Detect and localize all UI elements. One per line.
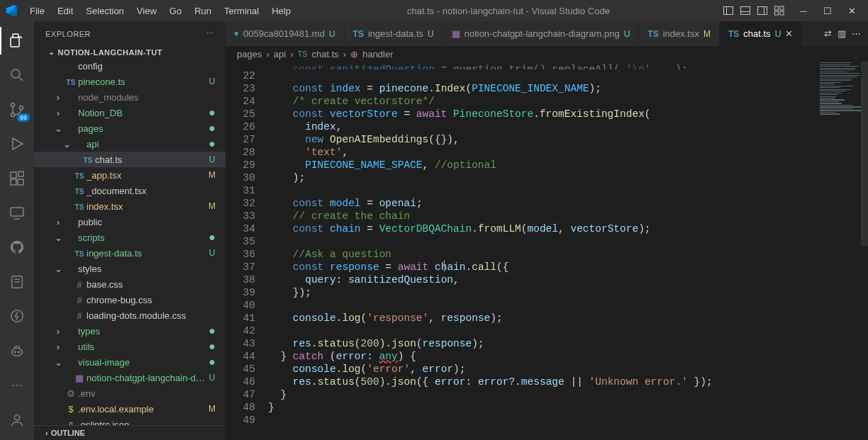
editor-area: ▾0059ca8019481.mdUTSingest-data.tsU▦noti… xyxy=(226,21,868,440)
tree-item[interactable]: ⌄api● xyxy=(34,136,226,152)
menu-item-file[interactable]: File xyxy=(24,3,50,19)
chevron-icon: ⌄ xyxy=(52,357,64,368)
image-icon: ▦ xyxy=(452,28,460,39)
tree-item-label: chrome-bug.css xyxy=(87,295,206,305)
file-icon: # xyxy=(72,279,87,290)
svg-point-14 xyxy=(11,113,15,116)
github-icon[interactable] xyxy=(0,234,34,261)
tree-item[interactable]: ›types● xyxy=(34,323,226,339)
tree-item-label: scripts xyxy=(78,232,206,243)
chevron-down-icon: ⌄ xyxy=(48,47,55,57)
editor-tab[interactable]: TSingest-data.tsU xyxy=(345,21,443,46)
editor-tab[interactable]: TSchat.tsU✕ xyxy=(720,21,802,46)
tree-item[interactable]: TSindex.tsxM xyxy=(34,198,226,214)
split-editor-icon[interactable]: ▥ xyxy=(838,28,846,39)
editor-tab[interactable]: ▾0059ca8019481.mdU xyxy=(226,21,345,46)
sidebar-more-icon[interactable]: ⋯ xyxy=(206,29,215,38)
svg-point-30 xyxy=(14,415,19,420)
menu-item-run[interactable]: Run xyxy=(189,3,217,19)
copilot-icon[interactable] xyxy=(0,337,34,365)
scm-badge: 69 xyxy=(17,113,30,122)
tree-item[interactable]: ›node_modules xyxy=(34,89,226,105)
tree-item[interactable]: {}.eslintrc.json xyxy=(34,417,226,425)
tree-item[interactable]: ⌄pages● xyxy=(34,120,226,136)
tree-item[interactable]: TSpinecone.tsU xyxy=(34,74,226,89)
svg-point-13 xyxy=(11,103,15,106)
search-icon[interactable] xyxy=(0,62,34,89)
tree-item[interactable]: ›Notion_DB● xyxy=(34,105,226,120)
menu-item-view[interactable]: View xyxy=(131,3,162,19)
ts-icon: TS xyxy=(297,50,307,58)
toggle-secondary-sidebar-icon[interactable] xyxy=(755,4,770,18)
editor-tab[interactable]: ▦notion-chatgpt-langchain-diagram.pngU xyxy=(443,21,640,46)
close-tab-icon[interactable]: ✕ xyxy=(785,28,793,39)
toggle-panel-icon[interactable] xyxy=(738,4,753,18)
more-actions-icon[interactable]: ⋯ xyxy=(852,28,861,39)
more-icon[interactable]: ⋯ xyxy=(0,371,34,399)
code-content[interactable]: const sanitizedQuestion = question.trim(… xyxy=(268,62,868,440)
chevron-icon: ⌄ xyxy=(52,264,64,274)
extensions-icon[interactable] xyxy=(0,165,34,193)
tree-item[interactable]: ›public xyxy=(34,214,226,230)
tree-item-label: _document.tsx xyxy=(87,186,206,196)
text-cursor xyxy=(444,260,445,271)
tree-item[interactable]: #loading-dots.module.css xyxy=(34,308,226,323)
outline-header[interactable]: › OUTLINE xyxy=(34,425,226,440)
editor-tab[interactable]: TSindex.tsxM xyxy=(639,21,720,46)
account-icon[interactable] xyxy=(0,406,34,434)
explorer-icon[interactable] xyxy=(0,27,34,55)
tree-item[interactable]: TS_app.tsxM xyxy=(34,167,226,183)
breadcrumb-part[interactable]: api xyxy=(274,49,286,60)
tree-item[interactable]: $.env.local.exampleM xyxy=(34,401,226,417)
breadcrumb-part[interactable]: pages xyxy=(237,49,262,60)
breadcrumb[interactable]: pages › api › TS chat.ts › ⊕ handler xyxy=(226,46,868,62)
tree-item[interactable]: ⌄styles xyxy=(34,261,226,276)
file-icon: TS xyxy=(72,248,87,259)
maximize-button[interactable]: ☐ xyxy=(817,2,838,19)
toggle-primary-sidebar-icon[interactable] xyxy=(720,4,736,18)
tree-item-label: utils xyxy=(78,342,206,352)
breadcrumb-symbol[interactable]: handler xyxy=(362,49,393,60)
thunder-icon[interactable] xyxy=(0,303,34,330)
file-icon: TS xyxy=(72,201,87,212)
menu-item-terminal[interactable]: Terminal xyxy=(218,3,265,19)
customize-layout-icon[interactable] xyxy=(772,4,787,18)
code-editor[interactable]: 2223242526272829303132333435363738394041… xyxy=(226,62,868,440)
tree-item[interactable]: ⌄scripts● xyxy=(34,230,226,245)
minimap[interactable] xyxy=(817,62,861,132)
tree-item-label: api xyxy=(87,139,206,150)
tree-item[interactable]: ⚙.env xyxy=(34,385,226,401)
tree-item[interactable]: #chrome-bug.css xyxy=(34,292,226,308)
tab-git-status: U xyxy=(428,29,434,39)
tab-label: notion-chatgpt-langchain-diagram.png xyxy=(464,28,620,39)
tree-item[interactable]: TS_document.tsx xyxy=(34,183,226,198)
vertical-scrollbar[interactable] xyxy=(861,62,868,246)
tree-item-label: .eslintrc.json xyxy=(78,419,206,426)
tree-item-label: visual-image xyxy=(78,357,206,368)
git-status: ● xyxy=(206,125,218,132)
svg-point-26 xyxy=(11,310,23,322)
tree-item[interactable]: ›utils● xyxy=(34,339,226,354)
minimize-button[interactable]: ─ xyxy=(793,2,814,19)
menu-item-edit[interactable]: Edit xyxy=(52,3,79,19)
compare-icon[interactable]: ⇄ xyxy=(824,28,832,39)
project-icon[interactable] xyxy=(0,268,34,295)
tree-item[interactable]: ⌄visual-image● xyxy=(34,354,226,370)
tree-item[interactable]: config xyxy=(34,58,226,74)
source-control-icon[interactable]: 69 xyxy=(0,96,34,123)
tree-item[interactable]: #base.css xyxy=(34,276,226,292)
git-status: U xyxy=(206,248,218,258)
project-header[interactable]: ⌄ NOTION-LANGCHAIN-TUT xyxy=(34,46,226,58)
tree-item[interactable]: ▦notion-chatgpt-langchain-diagram....U xyxy=(34,370,226,385)
chevron-right-icon: › xyxy=(45,429,48,437)
tree-item[interactable]: TSingest-data.tsU xyxy=(34,245,226,261)
tree-item[interactable]: TSchat.tsU xyxy=(34,152,226,167)
remote-explorer-icon[interactable] xyxy=(0,199,34,227)
file-icon: {} xyxy=(64,419,78,426)
close-button[interactable]: ✕ xyxy=(841,2,862,19)
menu-item-selection[interactable]: Selection xyxy=(80,3,129,19)
run-debug-icon[interactable] xyxy=(0,130,34,158)
breadcrumb-part[interactable]: chat.ts xyxy=(312,49,339,60)
menu-item-help[interactable]: Help xyxy=(266,3,296,19)
menu-item-go[interactable]: Go xyxy=(164,3,187,19)
